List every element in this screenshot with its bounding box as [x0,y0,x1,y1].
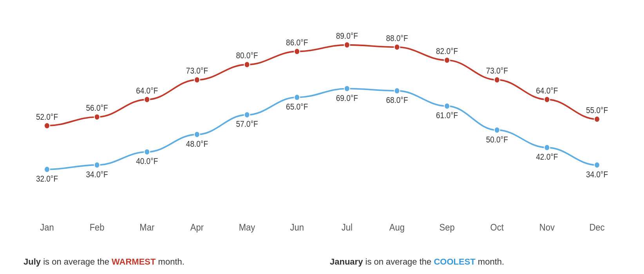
svg-text:42.0°F: 42.0°F [536,152,558,161]
svg-point-45 [494,77,500,83]
coolest-statement: January is on average the COOLEST month. [314,257,620,267]
temperature-chart: 52.0°F32.0°FJan56.0°F34.0°FFeb64.0°F40.0… [24,8,620,235]
svg-point-30 [344,42,350,48]
svg-text:Nov: Nov [539,222,555,233]
svg-point-27 [294,94,300,101]
coolest-suffix: month. [476,257,504,267]
svg-text:34.0°F: 34.0°F [86,170,108,179]
svg-text:52.0°F: 52.0°F [36,112,58,121]
warmest-keyword: WARMEST [112,257,156,267]
svg-text:88.0°F: 88.0°F [386,34,408,43]
svg-text:61.0°F: 61.0°F [436,111,458,120]
svg-text:82.0°F: 82.0°F [436,47,458,56]
svg-text:57.0°F: 57.0°F [236,120,258,129]
svg-point-2 [44,166,50,173]
warmest-suffix: month. [156,257,185,267]
chart-container: 52.0°F32.0°FJan56.0°F34.0°FFeb64.0°F40.0… [0,0,644,274]
svg-text:Jul: Jul [342,222,353,233]
svg-point-55 [594,116,600,123]
svg-point-5 [94,114,100,120]
svg-point-15 [194,77,200,83]
svg-text:48.0°F: 48.0°F [186,139,208,148]
coolest-keyword: COOLEST [434,257,475,267]
svg-text:86.0°F: 86.0°F [286,38,308,47]
svg-point-22 [244,112,250,118]
svg-point-35 [394,44,400,50]
svg-point-52 [544,144,550,151]
svg-text:Mar: Mar [139,222,154,233]
warmest-month: July [24,257,41,267]
svg-point-57 [594,162,600,168]
svg-point-47 [494,127,500,133]
svg-text:Feb: Feb [90,222,105,233]
svg-text:Aug: Aug [389,222,405,233]
svg-point-32 [344,86,350,92]
svg-text:Oct: Oct [490,222,504,233]
svg-text:56.0°F: 56.0°F [86,103,108,112]
svg-text:Dec: Dec [589,222,604,233]
svg-point-10 [144,96,150,103]
svg-text:69.0°F: 69.0°F [336,94,358,103]
svg-text:40.0°F: 40.0°F [136,157,158,166]
svg-text:73.0°F: 73.0°F [486,66,508,75]
svg-text:80.0°F: 80.0°F [236,51,258,60]
svg-point-37 [394,88,400,94]
svg-point-40 [444,57,450,63]
svg-text:Jun: Jun [290,222,304,233]
coolest-text: is on average the [363,257,434,267]
svg-text:34.0°F: 34.0°F [586,170,608,179]
svg-text:Jan: Jan [40,222,54,233]
svg-point-17 [194,132,200,138]
svg-text:68.0°F: 68.0°F [386,96,408,105]
svg-point-50 [544,96,550,103]
svg-point-42 [444,103,450,109]
svg-text:73.0°F: 73.0°F [186,66,208,75]
svg-text:55.0°F: 55.0°F [586,106,608,115]
svg-text:Sep: Sep [440,222,455,233]
svg-point-0 [44,123,50,129]
svg-text:89.0°F: 89.0°F [336,31,358,40]
svg-text:32.0°F: 32.0°F [36,174,58,183]
svg-text:May: May [239,222,255,233]
svg-text:64.0°F: 64.0°F [136,86,158,95]
chart-footer: July is on average the WARMEST month. Ja… [24,257,620,267]
svg-text:Apr: Apr [190,222,204,233]
coolest-month: January [330,257,363,267]
svg-text:64.0°F: 64.0°F [536,86,558,95]
svg-point-7 [94,162,100,168]
svg-text:50.0°F: 50.0°F [486,135,508,144]
svg-point-25 [294,49,300,55]
warmest-statement: July is on average the WARMEST month. [24,257,314,267]
svg-text:65.0°F: 65.0°F [286,102,308,111]
svg-point-12 [144,149,150,155]
warmest-text: is on average the [41,257,112,267]
svg-point-20 [244,61,250,68]
